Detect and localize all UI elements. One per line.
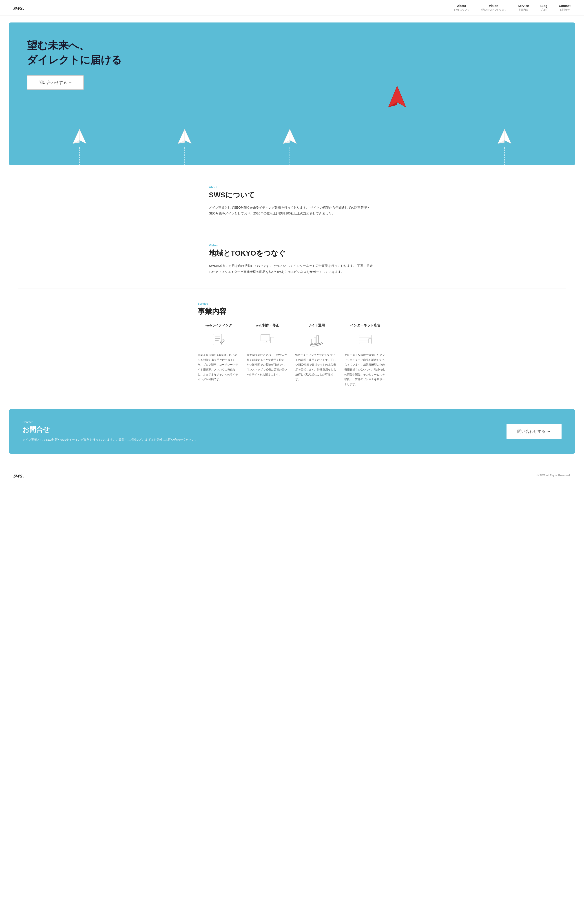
- svg-line-19: [223, 340, 224, 341]
- svg-rect-26: [314, 337, 316, 343]
- nav-service[interactable]: Service 事業内容: [518, 4, 529, 12]
- service-tag: Service: [197, 302, 387, 305]
- service-ads-text: クローズドな環境で厳選したアフィリエイターに商品を訴求してもらっています。成果報…: [344, 353, 387, 387]
- contact-section: Contact お問合せ メイン事業としてSEO対策やwebライティング業務を行…: [9, 409, 575, 454]
- nav-contact[interactable]: Contact お問合せ: [559, 4, 571, 12]
- logo[interactable]: sws.: [13, 4, 24, 12]
- production-icon: [258, 331, 276, 349]
- footer-copyright: © SWS All Rights Reserved.: [536, 474, 571, 477]
- footer: sws. © SWS All Rights Reserved.: [0, 463, 584, 488]
- svg-rect-15: [213, 334, 222, 345]
- contact-title: お問合せ: [23, 425, 197, 434]
- paper-plane-red: [386, 85, 408, 147]
- nav-blog[interactable]: Blog ブログ: [540, 4, 548, 12]
- contact-cta-button[interactable]: 問い合わせする →: [507, 424, 561, 439]
- service-operation-text: webライティングと並行してサイトの管理・運用を行います。正しいSEO対策で貴社…: [295, 353, 337, 382]
- about-section: About SWSについて メイン事業としてSEO対策やwebライティング業務を…: [191, 172, 393, 230]
- contact-text: メイン事業としてSEO対策やwebライティング業務を行っております。ご質問・ご相…: [23, 437, 197, 442]
- header: sws. About SWSについて Vision 地域とTOKYOをつなぐ S…: [0, 0, 584, 16]
- contact-info: Contact お問合せ メイン事業としてSEO対策やwebライティング業務を行…: [23, 421, 197, 442]
- about-tag: About: [209, 185, 375, 189]
- paper-plane-2: [176, 128, 194, 165]
- hero-section: 望む未来へ、 ダイレクトに届ける 問い合わせする →: [9, 23, 575, 165]
- svg-rect-28: [359, 335, 371, 344]
- service-writing-title: webライティング: [197, 323, 240, 328]
- writing-icon: [210, 331, 228, 349]
- ads-icon: [356, 331, 374, 349]
- hero-cta-button[interactable]: 問い合わせする →: [27, 75, 84, 90]
- paper-planes-illustration: [27, 103, 557, 165]
- service-production-text: 大手制作会社と比べ、工数や人件費を削減することで費用を抑え、かつ短期間での着地が…: [247, 353, 289, 377]
- hero-title: 望む未来へ、 ダイレクトに届ける: [27, 38, 557, 67]
- service-ads-title: インターネット広告: [344, 323, 387, 328]
- service-item-ads: インターネット広告 クローズドな環境で厳選したアフィリエイターに商品を訴求しても…: [344, 323, 387, 387]
- vision-title: 地域とTOKYOをつなぐ: [209, 248, 375, 258]
- paper-plane-1: [71, 128, 89, 165]
- service-grid: webライティング 開業より100社（事業者）以上のSEO対策記事を手がけてきま…: [197, 323, 387, 387]
- vision-text: SWSは地方にも目を向け活動しております。その1つとしてインターネット広告事業を…: [209, 263, 375, 275]
- paper-plane-3: [281, 128, 299, 165]
- service-item-production: web制作・修正 大手制作会社と比べ、工数や人件費を削減することで費用を抑え、か…: [247, 323, 289, 387]
- svg-rect-27: [317, 336, 319, 343]
- nav-vision[interactable]: Vision 地域とTOKYOをつなぐ: [481, 4, 507, 12]
- svg-rect-25: [311, 339, 313, 343]
- contact-tag: Contact: [23, 421, 197, 424]
- service-section: Service 事業内容 webライティング 開業より100社（事業者）以上のS…: [180, 289, 404, 400]
- service-item-operation: サイト運用 webライティングと並行してサイトの管理・運用を行います。正しいSE…: [295, 323, 337, 387]
- about-title: SWSについて: [209, 190, 375, 200]
- nav-about[interactable]: About SWSについて: [454, 4, 469, 12]
- service-operation-title: サイト運用: [295, 323, 337, 328]
- service-production-title: web制作・修正: [247, 323, 289, 328]
- service-title: 事業内容: [197, 307, 387, 317]
- service-writing-text: 開業より100社（事業者）以上のSEO対策記事を手がけてきました。ブログ記事、コ…: [197, 353, 240, 382]
- service-item-writing: webライティング 開業より100社（事業者）以上のSEO対策記事を手がけてきま…: [197, 323, 240, 387]
- paper-plane-5: [495, 128, 513, 165]
- navigation: About SWSについて Vision 地域とTOKYOをつなぐ Servic…: [454, 4, 571, 12]
- operation-icon: [308, 331, 326, 349]
- svg-rect-20: [261, 335, 270, 341]
- vision-section: Vision 地域とTOKYOをつなぐ SWSは地方にも目を向け活動しております…: [191, 230, 393, 288]
- vision-tag: Vision: [209, 244, 375, 247]
- about-text: メイン事業としてSEO対策やwebライティング業務を行っております。 サイトの構…: [209, 205, 375, 216]
- footer-logo: sws.: [13, 472, 24, 479]
